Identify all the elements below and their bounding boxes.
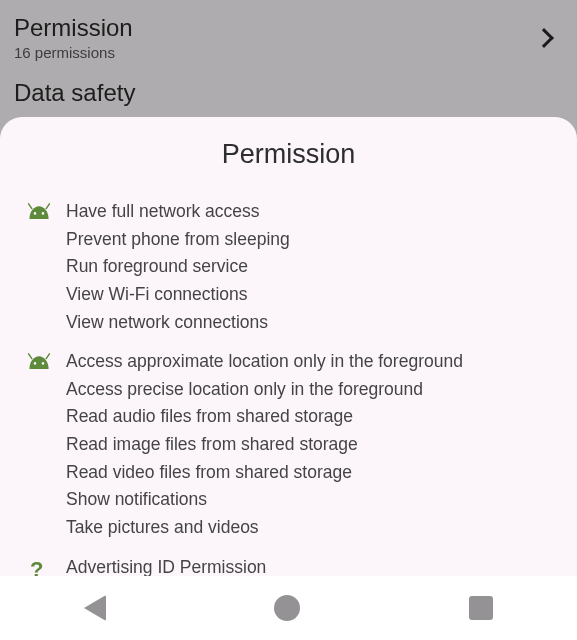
sheet-title: Permission xyxy=(26,139,551,170)
android-icon xyxy=(26,353,52,369)
permission-group: Have full network accessPrevent phone fr… xyxy=(26,200,551,334)
data-safety-row[interactable]: Data safety xyxy=(14,79,563,109)
permission-lines: Have full network accessPrevent phone fr… xyxy=(66,200,290,334)
svg-line-7 xyxy=(46,354,49,359)
permission-line: Have full network access xyxy=(66,200,290,224)
permission-line: View network connections xyxy=(66,311,290,335)
svg-point-4 xyxy=(34,362,37,365)
data-safety-row-title: Data safety xyxy=(14,79,135,107)
svg-line-6 xyxy=(29,354,32,359)
permission-group: Access approximate location only in the … xyxy=(26,350,551,539)
android-icon xyxy=(26,203,52,219)
permission-row-subtitle: 16 permissions xyxy=(14,44,133,61)
android-icon xyxy=(26,200,66,334)
nav-recent-button[interactable] xyxy=(469,596,493,620)
svg-point-1 xyxy=(42,212,45,215)
permission-line: Access approximate location only in the … xyxy=(66,350,463,374)
permission-line: Read image files from shared storage xyxy=(66,433,463,457)
background-list: Permission 16 permissions Data safety xyxy=(0,0,577,109)
permission-line: Read video files from shared storage xyxy=(66,461,463,485)
permission-bottom-sheet: Permission Have full network accessPreve… xyxy=(0,117,577,640)
permission-line: Run foreground service xyxy=(66,255,290,279)
svg-point-5 xyxy=(42,362,45,365)
permission-line: Access precise location only in the fore… xyxy=(66,378,463,402)
permission-lines: Access approximate location only in the … xyxy=(66,350,463,539)
chevron-right-icon xyxy=(534,28,554,48)
nav-home-button[interactable] xyxy=(274,595,300,621)
svg-line-2 xyxy=(29,204,32,209)
permission-line: Read audio files from shared storage xyxy=(66,405,463,429)
permission-row[interactable]: Permission 16 permissions xyxy=(14,14,563,61)
permission-line: Take pictures and videos xyxy=(66,516,463,540)
system-nav-bar xyxy=(0,576,577,640)
permission-line: View Wi-Fi connections xyxy=(66,283,290,307)
svg-line-3 xyxy=(46,204,49,209)
android-icon xyxy=(26,350,66,539)
permission-line: Show notifications xyxy=(66,488,463,512)
nav-back-button[interactable] xyxy=(84,595,106,621)
permission-line: Prevent phone from sleeping xyxy=(66,228,290,252)
permission-row-title: Permission xyxy=(14,14,133,42)
svg-point-0 xyxy=(34,212,37,215)
